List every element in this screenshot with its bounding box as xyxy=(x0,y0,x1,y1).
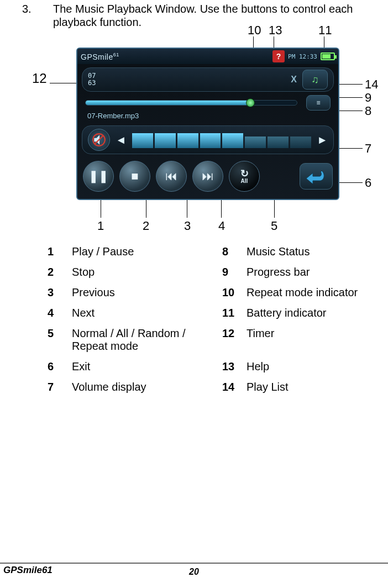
legend-text: Next xyxy=(72,307,222,319)
legend-row: 4Next 11Battery indicator xyxy=(48,307,388,319)
progress-fill xyxy=(86,101,250,105)
callout-14: 14 xyxy=(365,77,378,92)
callout-9: 9 xyxy=(365,91,371,105)
play-pause-button[interactable]: ❚❚ xyxy=(83,161,114,192)
legend-text: Play / Pause xyxy=(72,245,222,258)
volume-display xyxy=(132,132,311,148)
legend-num: 8 xyxy=(222,245,247,258)
titlebar: GPSmile61 ? PM 12:33 xyxy=(77,49,338,64)
repeat-mode-button[interactable]: ↻ All xyxy=(229,161,260,192)
legend-num: 7 xyxy=(48,381,72,393)
legend-row: 3Previous 10Repeat mode indicator xyxy=(48,286,388,299)
logo-text-a: GPSmil xyxy=(81,52,108,61)
legend-table: 1Play / Pause 8Music Status 2Stop 9Progr… xyxy=(48,245,388,401)
legend-num: 9 xyxy=(222,266,247,279)
repeat-mode-label: All xyxy=(241,179,248,184)
callout-10: 10 xyxy=(248,23,261,38)
progress-row: ≡ xyxy=(77,95,338,112)
legend-text: Help xyxy=(247,360,388,373)
playlist-button[interactable]: ♫ xyxy=(302,70,328,90)
callout-5: 5 xyxy=(271,219,277,233)
callout-1: 1 xyxy=(97,219,104,233)
legend-text: Progress bar xyxy=(247,266,388,279)
legend-num: 3 xyxy=(48,286,72,299)
legend-row: 5Normal / All / Random / Repeat mode 12T… xyxy=(48,327,388,353)
callout-3: 3 xyxy=(184,219,191,233)
volume-down-icon[interactable]: ◄ xyxy=(116,134,127,146)
legend-text: Normal / All / Random / Repeat mode xyxy=(72,327,222,353)
callout-12: 12 xyxy=(32,71,47,86)
legend-text: Previous xyxy=(72,286,222,299)
logo-text-b: e xyxy=(108,52,113,61)
callout-8: 8 xyxy=(365,104,371,118)
callout-4: 4 xyxy=(218,219,225,233)
logo-sup: 61 xyxy=(113,52,119,57)
titlebar-right: ? PM 12:33 xyxy=(272,50,335,62)
mute-icon[interactable] xyxy=(88,129,110,151)
timer-bottom: 63 xyxy=(88,80,96,87)
page-footer: GPSmile61 20 xyxy=(0,563,388,578)
legend-row: 7Volume display 14Play List xyxy=(48,381,388,393)
legend-text: Music Status xyxy=(247,245,388,258)
battery-icon xyxy=(321,53,335,60)
legend-row: 1Play / Pause 8Music Status xyxy=(48,245,388,258)
legend-text: Battery indicator xyxy=(247,307,388,319)
callout-13: 13 xyxy=(269,23,282,38)
battery-fill xyxy=(322,54,331,59)
volume-up-icon[interactable]: ► xyxy=(317,134,328,146)
legend-row: 2Stop 9Progress bar xyxy=(48,266,388,279)
previous-button[interactable]: ⏮ xyxy=(156,161,187,192)
back-arrow-icon xyxy=(305,167,327,185)
track-name: 07-Rember.mp3 xyxy=(77,112,338,122)
progress-knob[interactable] xyxy=(246,98,255,107)
footer-model: GPSmile61 xyxy=(3,565,53,576)
speaker-muted-icon xyxy=(92,133,106,147)
legend-text: Exit xyxy=(72,360,222,373)
clock-text: PM 12:33 xyxy=(288,53,317,60)
next-button[interactable]: ⏭ xyxy=(192,161,223,192)
page-number: 20 xyxy=(189,567,199,577)
manual-page: 3. The Music Playback Window. Use the bu… xyxy=(0,0,388,588)
callout-7: 7 xyxy=(365,141,371,156)
exit-button[interactable] xyxy=(300,163,333,190)
legend-num: 11 xyxy=(222,307,247,319)
legend-text: Repeat mode indicator xyxy=(247,286,388,299)
legend-text: Volume display xyxy=(72,381,222,393)
step-number: 3. xyxy=(22,2,44,15)
legend-num: 10 xyxy=(222,286,247,299)
volume-panel: ◄ ► xyxy=(82,125,334,154)
callout-2: 2 xyxy=(143,219,149,233)
legend-text: Timer xyxy=(247,327,388,340)
callout-11: 11 xyxy=(318,23,332,38)
callout-6: 6 xyxy=(365,176,371,190)
stop-button[interactable]: ■ xyxy=(119,161,150,192)
legend-num: 4 xyxy=(48,307,72,319)
music-player-window: GPSmile61 ? PM 12:33 07 63 X ♫ ≡ 07 xyxy=(76,48,339,200)
legend-text: Play List xyxy=(247,381,388,393)
timer-panel: 07 63 X ♫ xyxy=(82,67,334,92)
device-logo: GPSmile61 xyxy=(81,52,119,61)
legend-num: 2 xyxy=(48,266,72,279)
legend-num: 6 xyxy=(48,360,72,373)
legend-num: 13 xyxy=(222,360,247,373)
legend-text: Stop xyxy=(72,266,222,279)
timer-display: 07 63 xyxy=(88,72,96,87)
legend-num: 12 xyxy=(222,327,247,340)
legend-num: 1 xyxy=(48,245,72,258)
repeat-mode-indicator-icon: X xyxy=(291,75,297,85)
legend-num: 5 xyxy=(48,327,72,340)
legend-row: 6Exit 13Help xyxy=(48,360,388,373)
music-status-button[interactable]: ≡ xyxy=(306,95,331,111)
control-row: ❚❚ ■ ⏮ ⏭ ↻ All xyxy=(77,158,338,196)
legend-num: 14 xyxy=(222,381,247,393)
repeat-arrow-icon: ↻ xyxy=(240,169,249,179)
intro-block: 3. The Music Playback Window. Use the bu… xyxy=(22,2,366,29)
help-icon[interactable]: ? xyxy=(272,50,285,62)
progress-bar[interactable] xyxy=(85,100,297,106)
